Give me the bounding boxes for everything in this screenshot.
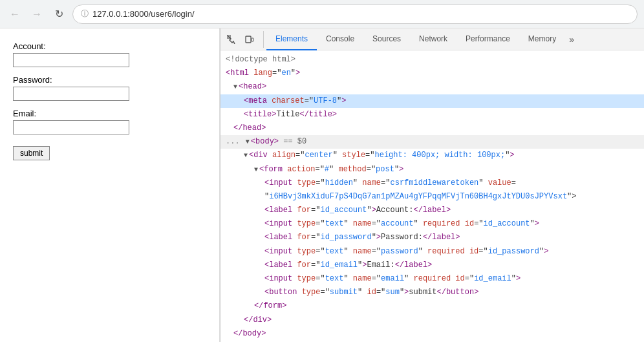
line-input-account: <input type="text" name="account" requir… (220, 217, 644, 231)
line-head-close: </head> (220, 122, 644, 135)
devtools-content[interactable]: <!doctype html> <html lang="en"> ▼<head>… (220, 50, 644, 342)
tab-memory[interactable]: Memory (519, 28, 565, 50)
tab-elements[interactable]: Elements (266, 28, 317, 50)
line-head-open: ▼<head> (220, 80, 644, 94)
account-group: Account: (13, 41, 206, 67)
line-body-close: </body> (220, 327, 644, 341)
account-input[interactable] (13, 53, 129, 67)
devtools-toolbar: Elements Console Sources Network Perform… (220, 28, 644, 50)
line-label-password: <label for="id_password">Password:</labe… (220, 231, 644, 244)
line-input-email: <input type="text" name="email" required… (220, 272, 644, 286)
line-input-password: <input type="text" name="password" requi… (220, 245, 644, 259)
reload-button[interactable]: ↻ (50, 6, 67, 23)
forward-button[interactable]: → (28, 6, 45, 23)
inspector-icon[interactable] (223, 31, 240, 48)
devtools-tabs: Elements Console Sources Network Perform… (266, 28, 578, 50)
tab-network[interactable]: Network (410, 28, 456, 50)
toolbar-icons (223, 31, 264, 48)
line-form: ▼<form action="#" method="post"> (220, 163, 644, 176)
tab-sources[interactable]: Sources (363, 28, 410, 50)
tab-console[interactable]: Console (317, 28, 363, 50)
address-bar[interactable]: ⓘ 127.0.0.1:8000/user6/login/ (72, 5, 638, 24)
line-html: <html lang="en"> (220, 67, 644, 80)
password-label: Password: (13, 75, 206, 85)
account-label: Account: (13, 41, 206, 51)
devtools-panel: Elements Console Sources Network Perform… (220, 28, 644, 342)
page-content: Account: Password: Email: submit (0, 28, 220, 342)
main-area: Account: Password: Email: submit (0, 28, 644, 342)
line-div: ▼<div align="center" style="height: 400p… (220, 149, 644, 162)
line-button: <button type="submit" id="sum">submit</b… (220, 286, 644, 299)
line-doctype: <!doctype html> (220, 53, 644, 67)
submit-button[interactable]: submit (13, 146, 50, 160)
line-label-email: <label for="id_email">Email:</label> (220, 259, 644, 272)
back-button[interactable]: ← (6, 6, 23, 23)
browser-toolbar: ← → ↻ ⓘ 127.0.0.1:8000/user6/login/ (0, 0, 644, 28)
more-tabs-button[interactable]: » (565, 28, 578, 50)
line-div-close: </div> (220, 314, 644, 327)
email-group: Email: (13, 109, 206, 134)
line-csrf2: "i6HBvj3mkXiduF7pS4DqG7an1pMZAu4gYFPqqMF… (220, 190, 644, 204)
security-icon: ⓘ (81, 8, 89, 19)
line-body: ... ▼<body> == $0 (220, 135, 644, 149)
device-toggle-icon[interactable] (241, 31, 258, 48)
line-csrf1: <input type="hidden" name="csrfmiddlewar… (220, 176, 644, 190)
svg-rect-1 (246, 36, 251, 43)
tab-performance[interactable]: Performance (456, 28, 519, 50)
line-label-account: <label for="id_account">Account:</label> (220, 204, 644, 217)
password-input[interactable] (13, 87, 129, 101)
password-group: Password: (13, 75, 206, 101)
line-form-close: </form> (220, 299, 644, 313)
svg-rect-2 (252, 38, 253, 41)
line-title: <title>Title</title> (220, 108, 644, 122)
address-text: 127.0.0.1:8000/user6/login/ (92, 9, 195, 19)
email-label: Email: (13, 109, 206, 118)
line-meta: <meta charset="UTF-8"> (220, 94, 644, 108)
email-input[interactable] (13, 120, 129, 134)
